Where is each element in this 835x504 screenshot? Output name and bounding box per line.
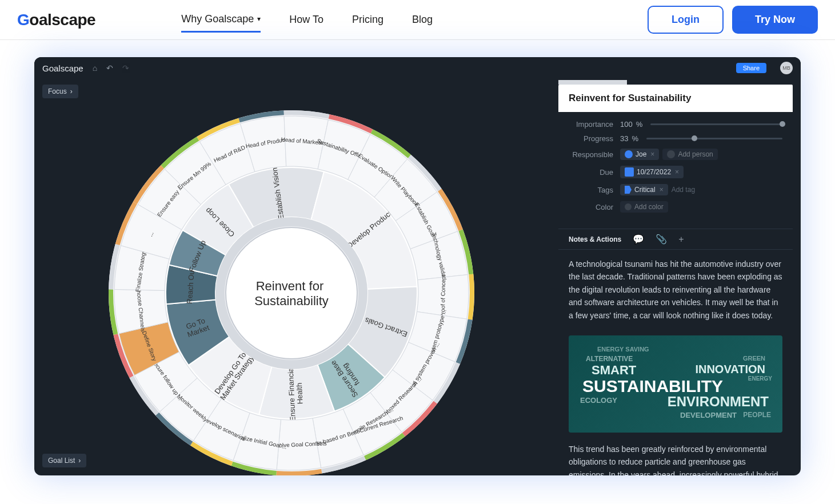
app-topbar: Goalscape ⌂ ↶ ↷ Share MB	[34, 57, 801, 79]
due-label: Due	[569, 168, 620, 177]
color-swatch-icon	[625, 203, 632, 210]
attachment-icon[interactable]: 📎	[656, 234, 667, 245]
svg-point-1	[226, 227, 357, 359]
site-header: Goalscape Why Goalscape ▾ How To Pricing…	[0, 0, 835, 40]
site-logo[interactable]: Goalscape	[17, 11, 95, 29]
importance-slider[interactable]	[650, 123, 782, 125]
chevron-down-icon: ▾	[257, 15, 261, 23]
nav-how-to[interactable]: How To	[289, 7, 323, 33]
home-icon[interactable]: ⌂	[93, 63, 97, 73]
nav-blog[interactable]: Blog	[412, 7, 433, 33]
nav-why-goalscape[interactable]: Why Goalscape ▾	[181, 7, 261, 33]
remove-icon[interactable]: ×	[660, 186, 664, 194]
color-label: Color	[569, 203, 620, 211]
nav-pricing[interactable]: Pricing	[352, 7, 383, 33]
importance-label: Importance	[569, 120, 620, 129]
detail-panel: Reinvent for Sustainability Importance 1…	[558, 85, 793, 475]
detail-title: Reinvent for Sustainability	[558, 85, 793, 112]
detail-tabs: Notes & Actions 💬 📎 +	[558, 229, 793, 250]
tab-notes-actions[interactable]: Notes & Actions	[569, 235, 621, 243]
tag-critical[interactable]: Critical×	[620, 184, 668, 195]
person-icon	[625, 150, 633, 158]
tags-label: Tags	[569, 186, 620, 194]
importance-value: 100	[620, 120, 633, 129]
calendar-icon	[625, 167, 634, 177]
nav-links: Why Goalscape ▾ How To Pricing Blog	[181, 7, 433, 33]
notes-paragraph-2: This trend has been greatly reinforced b…	[558, 438, 793, 475]
redo-icon[interactable]: ↷	[122, 63, 129, 73]
chat-icon[interactable]: 💬	[633, 234, 644, 245]
remove-icon[interactable]: ×	[675, 168, 679, 176]
undo-icon[interactable]: ↶	[106, 63, 113, 73]
add-tag-button[interactable]: Add tag	[672, 186, 695, 194]
app-screenshot: Goalscape ⌂ ↶ ↷ Share MB Focus › Goal Li…	[34, 57, 801, 475]
avatar[interactable]: MB	[780, 62, 793, 74]
add-color-button[interactable]: Add color	[620, 201, 668, 213]
progress-label: Progress	[569, 134, 620, 143]
responsible-person[interactable]: Joe×	[620, 149, 659, 160]
add-icon[interactable]: +	[678, 234, 684, 245]
notes-paragraph-1: A technological tsunami has hit the auto…	[558, 250, 793, 330]
remove-icon[interactable]: ×	[650, 150, 654, 158]
due-date[interactable]: 10/27/2022×	[620, 166, 684, 178]
person-icon	[667, 150, 675, 158]
try-now-button[interactable]: Try Now	[732, 6, 818, 34]
responsible-label: Responsible	[569, 150, 620, 159]
app-logo[interactable]: Goalscape	[42, 63, 83, 73]
nav-actions: Login Try Now	[648, 6, 818, 34]
login-button[interactable]: Login	[648, 6, 724, 34]
center-goal[interactable]: Reinvent for Sustainability	[254, 279, 329, 308]
sunburst-chart[interactable]: Close LoopEstablish VisionDevelop Produc…	[34, 79, 532, 475]
add-person-button[interactable]: Add person	[662, 149, 717, 160]
tag-icon	[625, 186, 632, 194]
notes-image-wordcloud: ENERGY SAVING ALTERNATIVE SMART INNOVATI…	[569, 335, 782, 433]
progress-slider[interactable]	[646, 138, 782, 139]
progress-value: 33	[620, 134, 628, 143]
share-button[interactable]: Share	[736, 63, 766, 73]
